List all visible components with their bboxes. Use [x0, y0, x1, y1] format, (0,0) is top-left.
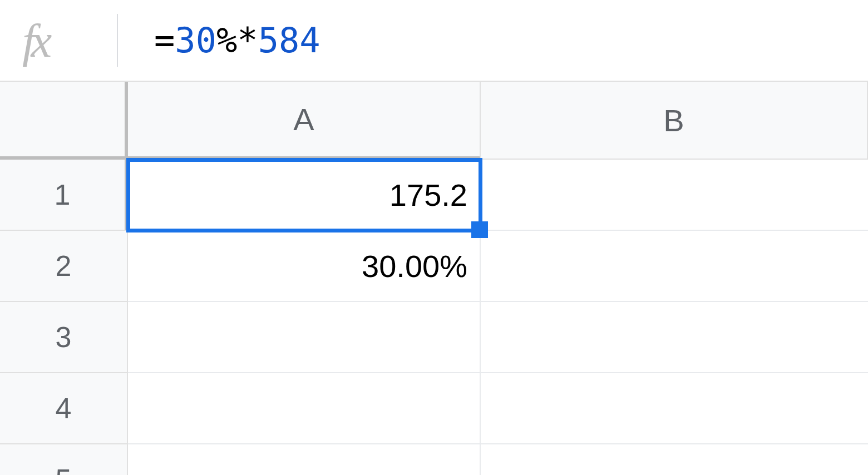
formula-operator: %* [216, 20, 258, 61]
row-header-2[interactable]: 2 [0, 231, 128, 302]
cell-b4[interactable] [481, 373, 868, 444]
row-header-5[interactable]: 5 [0, 444, 128, 475]
cell-a5[interactable] [128, 444, 481, 475]
formula-number-2: 584 [258, 20, 320, 61]
row-header-3[interactable]: 3 [0, 302, 128, 373]
formula-bar: fx =30%*584 [0, 0, 868, 81]
cell-b2[interactable] [481, 231, 868, 302]
cell-b3[interactable] [481, 302, 868, 373]
cell-a1[interactable]: 175.2 [128, 160, 481, 231]
row-header-1[interactable]: 1 [0, 160, 128, 231]
formula-divider [117, 14, 118, 67]
column-header-b[interactable]: B [481, 82, 868, 160]
fill-handle[interactable] [471, 221, 488, 238]
select-all-corner[interactable] [0, 82, 128, 160]
cell-b5[interactable] [481, 444, 868, 475]
spreadsheet-grid: A B 1 175.2 2 30.00% 3 4 5 [0, 81, 868, 475]
cell-a2[interactable]: 30.00% [128, 231, 481, 302]
cell-a4[interactable] [128, 373, 481, 444]
formula-number-1: 30 [175, 20, 216, 61]
fx-icon: fx [22, 13, 100, 68]
cell-a3[interactable] [128, 302, 481, 373]
formula-input[interactable]: =30%*584 [154, 20, 320, 61]
column-header-a[interactable]: A [128, 82, 481, 160]
cell-value: 175.2 [389, 177, 467, 213]
formula-equals: = [154, 20, 175, 61]
row-header-4[interactable]: 4 [0, 373, 128, 444]
cell-b1[interactable] [481, 160, 868, 231]
